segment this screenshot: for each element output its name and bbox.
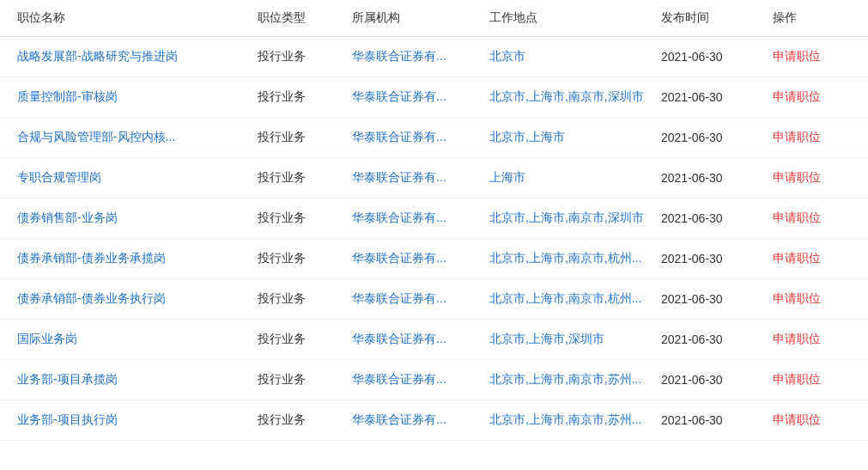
job-date-cell: 2021-06-30 [661, 131, 773, 144]
job-org-cell: 华泰联合证券有... [352, 130, 489, 145]
job-location-cell: 上海市 [489, 170, 661, 186]
job-table: 职位名称 职位类型 所属机构 工作地点 发布时间 操作 战略发展部-战略研究与推… [0, 0, 868, 441]
job-name-cell: 质量控制部-审核岗 [17, 89, 258, 105]
apply-button[interactable]: 申请职位 [773, 49, 821, 63]
job-location-cell: 北京市,上海市,南京市,苏州... [489, 412, 661, 428]
job-action-cell: 申请职位 [773, 211, 851, 226]
job-date-cell: 2021-06-30 [661, 90, 773, 104]
org-link[interactable]: 华泰联合证券有... [352, 89, 446, 103]
job-org-cell: 华泰联合证券有... [352, 170, 489, 186]
table-row: 债券承销部-债券业务承揽岗 投行业务 华泰联合证券有... 北京市,上海市,南京… [0, 239, 868, 279]
table-row: 债券销售部-业务岗 投行业务 华泰联合证券有... 北京市,上海市,南京市,深圳… [0, 198, 868, 239]
job-title-link[interactable]: 业务部-项目承揽岗 [17, 372, 118, 386]
apply-button[interactable]: 申请职位 [773, 412, 821, 426]
location-link[interactable]: 北京市,上海市,南京市,深圳市 [489, 211, 644, 224]
job-date-cell: 2021-06-30 [661, 252, 773, 266]
org-link[interactable]: 华泰联合证券有... [352, 130, 446, 143]
job-type-cell: 投行业务 [258, 412, 352, 428]
table-row: 业务部-项目执行岗 投行业务 华泰联合证券有... 北京市,上海市,南京市,苏州… [0, 400, 868, 441]
job-title-link[interactable]: 业务部-项目执行岗 [17, 412, 118, 426]
apply-button[interactable]: 申请职位 [773, 251, 821, 265]
apply-button[interactable]: 申请职位 [773, 291, 821, 305]
job-type-cell: 投行业务 [258, 211, 352, 226]
job-name-cell: 业务部-项目执行岗 [17, 412, 258, 428]
job-org-cell: 华泰联合证券有... [352, 291, 489, 307]
job-location-cell: 北京市,上海市,南京市,苏州... [489, 372, 661, 388]
table-row: 合规与风险管理部-风控内核... 投行业务 华泰联合证券有... 北京市,上海市… [0, 118, 868, 158]
table-body: 战略发展部-战略研究与推进岗 投行业务 华泰联合证券有... 北京市 2021-… [0, 37, 868, 441]
header-name: 职位名称 [17, 10, 258, 26]
job-org-cell: 华泰联合证券有... [352, 372, 489, 388]
job-title-link[interactable]: 专职合规管理岗 [17, 170, 101, 184]
job-name-cell: 战略发展部-战略研究与推进岗 [17, 49, 258, 64]
job-type-cell: 投行业务 [258, 251, 352, 266]
header-org: 所属机构 [352, 10, 489, 26]
org-link[interactable]: 华泰联合证券有... [352, 251, 446, 265]
apply-button[interactable]: 申请职位 [773, 89, 821, 103]
org-link[interactable]: 华泰联合证券有... [352, 211, 446, 224]
apply-button[interactable]: 申请职位 [773, 130, 821, 143]
apply-button[interactable]: 申请职位 [773, 170, 821, 184]
location-link[interactable]: 北京市,上海市,南京市,苏州... [489, 412, 641, 426]
job-title-link[interactable]: 国际业务岗 [17, 332, 77, 345]
table-row: 战略发展部-战略研究与推进岗 投行业务 华泰联合证券有... 北京市 2021-… [0, 37, 868, 77]
org-link[interactable]: 华泰联合证券有... [352, 291, 446, 305]
job-org-cell: 华泰联合证券有... [352, 89, 489, 105]
job-name-cell: 国际业务岗 [17, 332, 258, 347]
job-name-cell: 合规与风险管理部-风控内核... [17, 130, 258, 145]
job-title-link[interactable]: 战略发展部-战略研究与推进岗 [17, 49, 178, 63]
apply-button[interactable]: 申请职位 [773, 332, 821, 345]
location-link[interactable]: 上海市 [489, 170, 525, 184]
job-title-link[interactable]: 合规与风险管理部-风控内核... [17, 130, 175, 143]
job-title-link[interactable]: 债券销售部-业务岗 [17, 211, 118, 224]
location-link[interactable]: 北京市,上海市,南京市,杭州... [489, 291, 641, 305]
job-action-cell: 申请职位 [773, 372, 851, 388]
location-link[interactable]: 北京市,上海市,南京市,苏州... [489, 372, 641, 386]
job-type-cell: 投行业务 [258, 49, 352, 64]
job-location-cell: 北京市,上海市 [489, 130, 661, 145]
location-link[interactable]: 北京市,上海市,深圳市 [489, 332, 604, 345]
location-link[interactable]: 北京市 [489, 49, 525, 63]
apply-button[interactable]: 申请职位 [773, 211, 821, 224]
job-name-cell: 债券销售部-业务岗 [17, 211, 258, 226]
job-location-cell: 北京市,上海市,南京市,杭州... [489, 251, 661, 266]
table-row: 质量控制部-审核岗 投行业务 华泰联合证券有... 北京市,上海市,南京市,深圳… [0, 77, 868, 118]
job-action-cell: 申请职位 [773, 89, 851, 105]
location-link[interactable]: 北京市,上海市,南京市,杭州... [489, 251, 641, 265]
job-location-cell: 北京市,上海市,南京市,深圳市 [489, 211, 661, 226]
job-action-cell: 申请职位 [773, 49, 851, 64]
job-action-cell: 申请职位 [773, 170, 851, 186]
job-type-cell: 投行业务 [258, 89, 352, 105]
job-title-link[interactable]: 债券承销部-债券业务执行岗 [17, 291, 166, 305]
job-org-cell: 华泰联合证券有... [352, 332, 489, 347]
table-row: 国际业务岗 投行业务 华泰联合证券有... 北京市,上海市,深圳市 2021-0… [0, 320, 868, 360]
org-link[interactable]: 华泰联合证券有... [352, 49, 446, 63]
job-date-cell: 2021-06-30 [661, 413, 773, 427]
job-title-link[interactable]: 质量控制部-审核岗 [17, 89, 118, 103]
job-action-cell: 申请职位 [773, 332, 851, 347]
job-date-cell: 2021-06-30 [661, 211, 773, 225]
job-name-cell: 债券承销部-债券业务执行岗 [17, 291, 258, 307]
table-row: 专职合规管理岗 投行业务 华泰联合证券有... 上海市 2021-06-30 申… [0, 158, 868, 198]
job-date-cell: 2021-06-30 [661, 171, 773, 185]
job-action-cell: 申请职位 [773, 130, 851, 145]
job-type-cell: 投行业务 [258, 170, 352, 186]
header-location: 工作地点 [489, 10, 661, 26]
org-link[interactable]: 华泰联合证券有... [352, 170, 446, 184]
job-name-cell: 业务部-项目承揽岗 [17, 372, 258, 388]
job-location-cell: 北京市,上海市,深圳市 [489, 332, 661, 347]
location-link[interactable]: 北京市,上海市,南京市,深圳市 [489, 89, 644, 103]
job-action-cell: 申请职位 [773, 251, 851, 266]
job-org-cell: 华泰联合证券有... [352, 251, 489, 266]
location-link[interactable]: 北京市,上海市 [489, 130, 565, 143]
job-action-cell: 申请职位 [773, 412, 851, 428]
job-title-link[interactable]: 债券承销部-债券业务承揽岗 [17, 251, 166, 265]
org-link[interactable]: 华泰联合证券有... [352, 372, 446, 386]
job-date-cell: 2021-06-30 [661, 50, 773, 64]
apply-button[interactable]: 申请职位 [773, 372, 821, 386]
job-date-cell: 2021-06-30 [661, 373, 773, 387]
org-link[interactable]: 华泰联合证券有... [352, 332, 446, 345]
job-name-cell: 专职合规管理岗 [17, 170, 258, 186]
org-link[interactable]: 华泰联合证券有... [352, 412, 446, 426]
table-row: 业务部-项目承揽岗 投行业务 华泰联合证券有... 北京市,上海市,南京市,苏州… [0, 360, 868, 400]
